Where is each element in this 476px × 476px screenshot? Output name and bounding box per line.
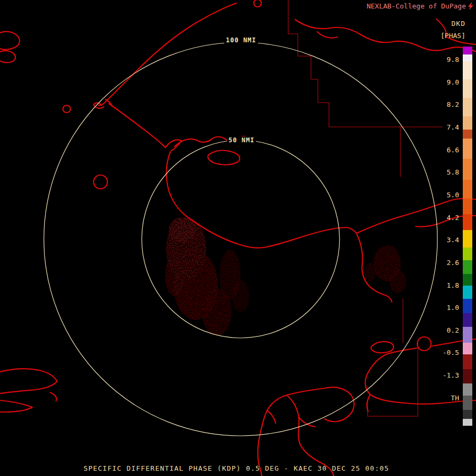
range-ring-label-50nmi: 50 NMI [227,136,256,144]
colorbar-segment [463,383,472,396]
colorbar-segment [463,419,472,426]
radar-display: 100 NMI 50 NMI NEXLAB-College of DuPage … [0,0,476,476]
product-code: DKD [452,20,465,28]
boundary-lines-layer [288,0,442,416]
range-rings-layer [44,42,437,436]
coastline [258,388,325,476]
brand-header: NEXLAB-College of DuPage [367,2,474,10]
coastline [0,400,32,412]
colorbar [463,47,472,426]
colorbar-segment [463,130,472,139]
island-outline [417,337,431,351]
colorbar-segment [463,230,472,248]
colorbar-segment [463,248,472,260]
boundary-line [368,343,418,416]
brand-text: NEXLAB-College of DuPage [367,2,466,10]
colorbar-segment [463,354,472,369]
colorbar-segment [463,116,472,130]
coastline [109,104,166,148]
colorbar-segment [463,79,472,98]
colorbar-segment [463,198,472,214]
product-units: [PHAS] [441,32,465,40]
coastline [371,342,394,353]
colorbar-segment [463,410,472,419]
coastline [325,387,354,422]
island-outline [254,0,261,7]
colorbar-segment [463,47,472,54]
radar-echo [389,270,406,293]
coastline [267,410,276,423]
radar-echoes-layer [165,217,406,336]
coastline [347,198,476,233]
range-ring-100nmi [44,42,437,436]
colorbar-segment [463,343,472,354]
colorbar-segment [463,180,472,198]
coastline [166,140,181,151]
island-outline [63,105,70,113]
radar-echo [365,263,376,282]
colorbar-segment [463,139,472,159]
colorbar-segment [463,313,472,327]
colorbar-segment [463,260,472,274]
coastline [0,51,15,62]
coastline [0,369,57,393]
colorbar-segment [463,159,472,180]
colorbar-segment [463,98,472,116]
colorbar-segment [463,327,472,343]
colorbar-segment [463,61,472,79]
product-caption: SPECIFIC DIFFERENTIAL PHASE (KDP) 0.5 DE… [84,464,389,472]
radar-echo [165,254,184,296]
radar-echo [169,217,196,243]
radar-map [0,0,476,476]
range-ring-label-100nmi: 100 NMI [224,36,258,44]
island-outline [94,175,107,189]
coastline [98,3,236,105]
colorbar-segment [463,286,472,299]
coastlines-layer [0,0,476,476]
colorbar-segment [463,396,472,410]
coastline [317,32,337,38]
colorbar-segment [463,274,472,286]
coastline [208,150,240,164]
coastline [50,392,57,401]
colorbar-segments [463,47,472,426]
boundary-line [288,0,442,127]
colorbar-bottom-label: TH [435,394,459,402]
radar-echo [232,280,249,312]
coastline [0,32,20,50]
colorbar-segment [463,299,472,313]
colorbar-segment [463,369,472,383]
nexlab-logo-icon [468,3,474,10]
colorbar-segment [463,54,472,61]
coastline [367,395,370,411]
colorbar-segment [463,214,472,230]
